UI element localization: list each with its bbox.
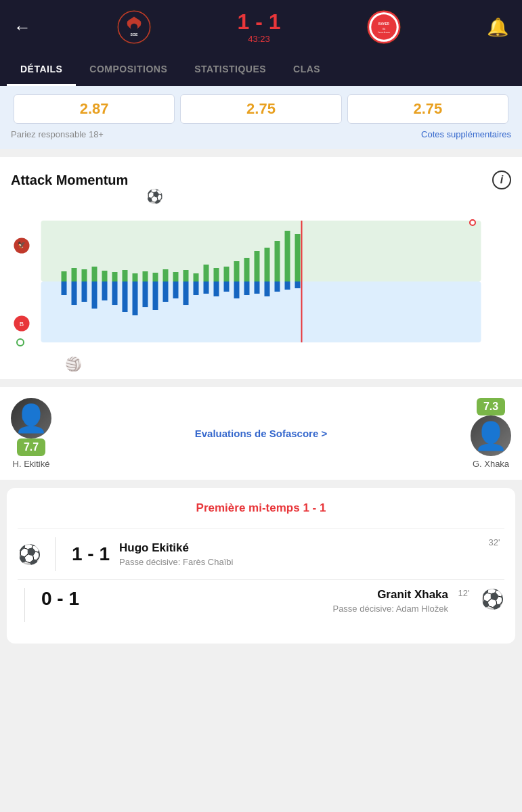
svg-rect-56 [194, 281, 199, 295]
svg-rect-62 [255, 281, 260, 294]
player-right-block: 7.3 👤 G. Xhaka [471, 398, 511, 469]
momentum-chart [38, 221, 484, 342]
svg-rect-64 [275, 281, 280, 292]
leverkusen-logo: BAYER 04 Leverkusen [366, 9, 401, 45]
svg-text:SGE: SGE [131, 32, 138, 37]
odds-value-2[interactable]: 2.75 [180, 94, 341, 124]
eintracht-small-icon: 🦅 [14, 238, 30, 257]
svg-rect-55 [183, 281, 189, 305]
nav-tabs: DÉTAILS COMPOSITIONS STATISTIQUES CLAS [0, 54, 522, 86]
svg-text:B: B [20, 320, 24, 328]
odds-value-3[interactable]: 2.75 [347, 94, 508, 124]
svg-rect-32 [194, 273, 199, 281]
event-goal-2: ⚽ 12' Granit Xhaka Passe décisive: Adam … [18, 579, 504, 630]
svg-rect-21 [82, 269, 87, 281]
svg-rect-46 [92, 281, 97, 309]
svg-rect-66 [295, 281, 301, 288]
svg-rect-52 [153, 281, 158, 310]
svg-rect-25 [123, 270, 128, 281]
svg-rect-49 [123, 281, 128, 312]
score-display: 1 - 1 [237, 11, 280, 32]
svg-rect-29 [163, 269, 169, 281]
svg-rect-41 [285, 231, 290, 281]
svg-rect-65 [285, 281, 290, 290]
tab-details[interactable]: DÉTAILS [7, 54, 76, 86]
score-block: 1 - 1 43:23 [237, 11, 280, 44]
svg-rect-61 [244, 281, 250, 295]
sofascore-link[interactable]: Evaluations de Sofascore > [195, 428, 328, 439]
match-time: 43:23 [237, 34, 280, 44]
back-button[interactable]: ← [14, 17, 31, 38]
player-left-silhouette: 👤 [14, 405, 48, 432]
svg-rect-42 [295, 234, 301, 281]
header: ← SGE 1 - 1 43:23 BAYER 04 Leverkusen 🔔 [0, 0, 522, 54]
eintracht-logo: SGE [116, 9, 152, 45]
svg-rect-59 [224, 281, 230, 292]
player-right-name: G. Xhaka [473, 459, 509, 469]
blue-ball-icon: 🏐 [65, 356, 82, 372]
svg-rect-39 [265, 248, 270, 281]
svg-point-4 [131, 24, 137, 30]
score-goal1: 1 - 1 [72, 543, 110, 565]
svg-rect-37 [244, 258, 250, 281]
event-goal-1: ⚽ 1 - 1 Hugo Ekitiké Passe décisive: Far… [18, 528, 504, 579]
odds-footer: Pariez responsable 18+ Cotes supplémenta… [11, 129, 511, 139]
svg-rect-47 [102, 281, 108, 300]
leverkusen-small-icon: B [14, 315, 30, 335]
player-left-rating: 7.7 [17, 438, 45, 456]
svg-rect-38 [255, 251, 260, 281]
svg-text:BAYER: BAYER [378, 22, 390, 26]
green-dot-left [16, 338, 24, 346]
svg-rect-33 [204, 265, 209, 281]
tab-statistiques[interactable]: STATISTIQUES [181, 54, 280, 86]
player-right-rating: 7.3 [477, 398, 505, 415]
svg-rect-36 [234, 261, 240, 281]
svg-rect-22 [92, 267, 97, 281]
odds-disclaimer: Pariez responsable 18+ [11, 129, 104, 139]
svg-rect-27 [143, 271, 148, 281]
svg-rect-63 [265, 281, 270, 296]
svg-rect-50 [133, 281, 138, 315]
player-right-silhouette: 👤 [474, 422, 508, 449]
odds-link[interactable]: Cotes supplémentaires [421, 129, 511, 139]
player-name-goal2: Granit Xhaka [89, 588, 448, 602]
ball-icon-goal1: ⚽ [18, 543, 41, 566]
time-goal2: 12' [454, 588, 474, 598]
odds-section: 2.87 2.75 2.75 Pariez responsable 18+ Co… [0, 86, 522, 149]
red-dot-top [469, 219, 476, 226]
svg-rect-40 [275, 241, 280, 281]
green-ball-icon: ⚽ [146, 188, 163, 204]
event-detail-goal1: Hugo Ekitiké Passe décisive: Farès Chaïb… [119, 541, 484, 567]
svg-text:🦅: 🦅 [18, 241, 26, 249]
svg-rect-34 [214, 268, 219, 281]
svg-rect-45 [82, 281, 87, 302]
main-content: 2.87 2.75 2.75 Pariez responsable 18+ Co… [0, 86, 522, 644]
svg-rect-26 [133, 273, 138, 281]
svg-rect-43 [62, 281, 67, 295]
ball-icon-goal2: ⚽ [481, 588, 504, 610]
assist-goal1: Passe décisive: Farès Chaïbi [119, 557, 484, 567]
time-goal1: 32' [484, 537, 504, 547]
sofascore-center[interactable]: Evaluations de Sofascore > [51, 428, 471, 440]
player-right-avatar: 👤 [471, 415, 511, 456]
info-icon[interactable]: i [492, 171, 511, 189]
odds-value-1[interactable]: 2.87 [14, 94, 175, 124]
svg-rect-48 [112, 281, 118, 305]
player-left-avatar: 👤 [11, 398, 51, 438]
svg-rect-31 [183, 270, 189, 281]
player-left-block: 👤 7.7 H. Ekitiké [11, 398, 51, 469]
svg-rect-54 [173, 281, 179, 298]
svg-rect-24 [112, 272, 118, 281]
half-title: Première mi-temps 1 - 1 [18, 501, 504, 515]
tab-classement[interactable]: CLAS [280, 54, 334, 86]
momentum-title: Attack Momentum [11, 173, 128, 188]
svg-rect-58 [214, 281, 219, 296]
svg-rect-19 [62, 271, 67, 281]
momentum-section: Attack Momentum i ⚽ 🏐 🦅 B [0, 157, 522, 379]
svg-rect-57 [204, 281, 209, 294]
events-section: Première mi-temps 1 - 1 ⚽ 1 - 1 Hugo Eki… [7, 488, 515, 644]
svg-rect-23 [102, 271, 108, 281]
svg-rect-30 [173, 272, 179, 281]
bell-icon[interactable]: 🔔 [487, 17, 508, 38]
tab-compositions[interactable]: COMPOSITIONS [76, 54, 181, 86]
